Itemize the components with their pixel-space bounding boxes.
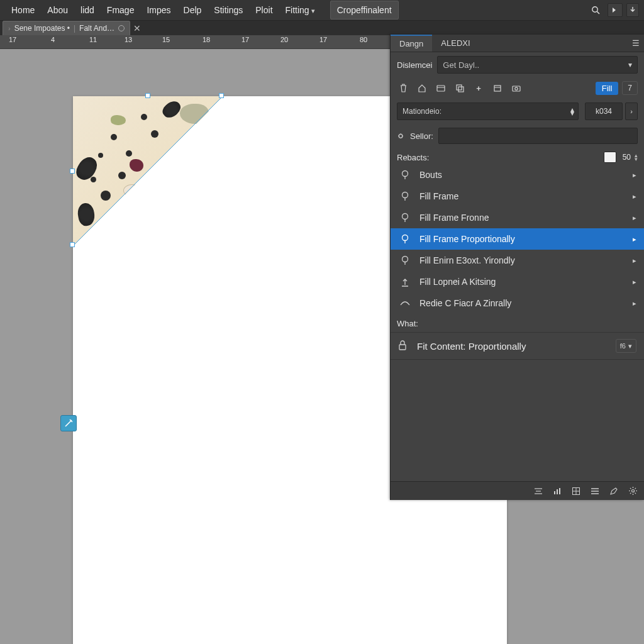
top-menubar: Home Abou lidd Fmage Impes Delp Stitings… — [0, 0, 644, 20]
search-icon[interactable] — [587, 6, 604, 14]
ruler-label: 20 — [280, 36, 288, 43]
lightbulb-icon — [399, 169, 411, 180]
action-fill-lopnei[interactable]: Fill Lopnei A Kitsing▸ — [391, 271, 644, 292]
dislemcei-dropdown[interactable]: Get Dayl.. — [437, 56, 638, 74]
plus-icon[interactable]: + — [472, 82, 485, 94]
menu-about[interactable]: Abou — [41, 1, 74, 19]
fill-button[interactable]: Fill — [596, 82, 619, 95]
pencil-icon[interactable] — [609, 486, 619, 496]
ruler-label: 11 — [89, 36, 97, 43]
svg-line-2 — [73, 96, 223, 246]
ruler-label: 15 — [162, 36, 170, 43]
svg-point-34 — [631, 490, 634, 492]
ruler-label: 4 — [51, 36, 55, 43]
document-modified-icon — [118, 25, 125, 31]
menu-fitting[interactable]: Fitting▾ — [279, 1, 321, 19]
panel-combo-row: Mationdeio:▴▾ k034 › — [391, 99, 644, 124]
num-value-field[interactable]: k034 — [585, 103, 623, 120]
document-tab[interactable]: › Sene Impoates • | Falt And… — [3, 21, 130, 36]
applied-chip[interactable]: f6▾ — [616, 339, 636, 353]
svg-point-15 — [402, 214, 408, 219]
ruler-label: 17 — [319, 36, 327, 43]
svg-rect-3 — [437, 86, 445, 91]
ruler-label: 80 — [360, 36, 367, 43]
download-button[interactable] — [626, 3, 639, 17]
svg-line-1 — [597, 11, 599, 14]
svg-rect-27 — [559, 488, 560, 494]
fitting-action-list: Bouts▸ Fill Frame▸ Fill Frame Fronne▸ Fi… — [391, 164, 644, 314]
applied-fitting-label: Fit Content: Proportionally — [417, 341, 526, 352]
menu-fmage[interactable]: Fmage — [101, 1, 141, 19]
panel-menu-button[interactable]: ☰ — [628, 35, 644, 52]
action-fill-frame-proportionally[interactable]: Fill Frame Proportionally▸ — [391, 228, 644, 250]
document-tab-right: Falt And… — [79, 24, 114, 33]
rebacts-value: 50 — [623, 153, 631, 162]
panel-icon-row: + Fill 7 — [391, 77, 644, 99]
ruler-label: 13 — [125, 36, 132, 43]
grid-icon[interactable] — [571, 486, 581, 496]
list-icon[interactable] — [590, 486, 600, 496]
action-redie[interactable]: Redie C Fiacr A Zinrally▸ — [391, 292, 644, 314]
copy-icon[interactable] — [453, 82, 466, 94]
menu-mode-button[interactable]: Cropeffinalent — [330, 1, 399, 19]
panel-tab-aledxi[interactable]: ALEDXI — [432, 35, 479, 52]
ruler-label: 18 — [203, 36, 210, 43]
action-fill-frame[interactable]: Fill Frame▸ — [391, 186, 644, 207]
close-tab-button[interactable]: ✕ — [130, 21, 144, 35]
align-icon[interactable] — [533, 486, 543, 496]
panel-row-dislemcei: Dislemcei Get Dayl.. — [391, 52, 644, 77]
what-label: What: — [391, 314, 644, 332]
action-fill-enirn[interactable]: Fill Enirn E3oxt. Yirondly▸ — [391, 250, 644, 271]
svg-point-10 — [515, 87, 518, 89]
fill-count[interactable]: 7 — [622, 81, 638, 95]
menu-impes[interactable]: Impes — [140, 1, 177, 19]
ruler-label: 17 — [242, 36, 249, 43]
document-tab-left: Sene Impoates • — [14, 24, 70, 33]
menu-home[interactable]: Home — [5, 1, 41, 19]
gear-icon[interactable] — [628, 486, 638, 496]
svg-rect-5 — [457, 85, 462, 90]
menu-delp[interactable]: Delp — [177, 1, 208, 19]
panel-tab-dangn[interactable]: Dangn — [391, 35, 432, 52]
svg-point-0 — [592, 7, 597, 12]
document-tabbar: › Sene Impoates • | Falt And… ✕ — [0, 20, 644, 35]
menu-settings[interactable]: Stitings — [208, 1, 249, 19]
menu-ploit[interactable]: Ploit — [249, 1, 279, 19]
trash-icon[interactable] — [397, 82, 409, 94]
rebacts-swatch[interactable] — [604, 152, 616, 163]
chart-icon[interactable] — [552, 486, 562, 496]
selection-handle-ml[interactable] — [70, 169, 75, 174]
selection-handle-tl[interactable] — [145, 93, 150, 98]
svg-rect-9 — [513, 86, 520, 91]
panel-search-row: ⭘ Sellor: — [391, 124, 644, 148]
selection-handle-bl[interactable] — [70, 242, 75, 247]
svg-point-11 — [402, 171, 408, 177]
play-forward-button[interactable] — [608, 3, 623, 17]
num-stepper[interactable]: › — [625, 103, 638, 120]
card-icon[interactable] — [435, 82, 447, 94]
sellor-input[interactable] — [438, 128, 638, 144]
svg-rect-21 — [399, 345, 406, 350]
lightbulb-icon — [399, 233, 411, 245]
sellor-label: Sellor: — [410, 131, 433, 141]
svg-point-17 — [402, 235, 408, 241]
svg-rect-25 — [554, 491, 555, 494]
action-fill-frame-fronne[interactable]: Fill Frame Fronne▸ — [391, 207, 644, 228]
selection-handle-tr[interactable] — [219, 93, 224, 98]
floating-edit-button[interactable] — [60, 415, 77, 431]
lock-icon — [398, 340, 409, 352]
applied-fitting-row[interactable]: Fit Content: Proportionally f6▾ — [391, 332, 644, 360]
action-bouts[interactable]: Bouts▸ — [391, 164, 644, 186]
calendar-icon[interactable] — [491, 82, 504, 94]
rebacts-stepper[interactable]: ▴▾ — [635, 153, 638, 161]
svg-rect-26 — [557, 489, 558, 494]
dislemcei-label: Dislemcei — [397, 60, 432, 70]
menu-lidd[interactable]: lidd — [74, 1, 101, 19]
panel-tabbar: Dangn ALEDXI ☰ — [391, 35, 644, 52]
mationdeio-dropdown[interactable]: Mationdeio:▴▾ — [397, 103, 579, 120]
camera-icon[interactable] — [510, 82, 523, 94]
upload-icon — [399, 276, 411, 287]
lightbulb-icon — [399, 191, 411, 202]
selection-outline — [71, 94, 222, 245]
home-icon[interactable] — [416, 82, 428, 94]
